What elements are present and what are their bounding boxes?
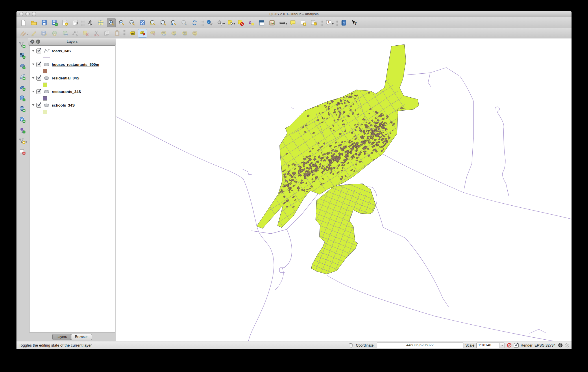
copy-features-button[interactable] (102, 29, 111, 38)
tab-layers[interactable]: Layers (52, 334, 71, 340)
expander-icon[interactable] (32, 104, 34, 106)
composer-mgr-icon (72, 19, 79, 26)
add-feature-button[interactable] (50, 29, 59, 38)
composer-manager-button[interactable] (71, 18, 80, 27)
show-bookmarks-button[interactable] (309, 18, 318, 27)
zoom-next-button[interactable] (180, 18, 189, 27)
layer-checkbox[interactable] (36, 76, 41, 81)
add-spatialite-layer-button[interactable] (18, 72, 27, 81)
dropdown-arrow-icon[interactable] (332, 23, 334, 25)
stop-render-icon[interactable] (506, 343, 512, 348)
cut-features-button[interactable] (92, 29, 101, 38)
map-tips-button[interactable] (288, 18, 297, 27)
resize-grip[interactable] (565, 343, 569, 347)
select-features-button[interactable] (226, 18, 235, 27)
save-layer-edits-button[interactable] (40, 29, 49, 38)
add-mssql-layer-button[interactable] (18, 83, 27, 92)
crs-status-icon[interactable] (558, 343, 563, 348)
layer-checkbox[interactable] (36, 49, 41, 53)
expander-icon[interactable] (32, 64, 34, 65)
render-checkbox[interactable] (514, 343, 519, 348)
refresh-map-button[interactable] (190, 18, 199, 27)
expander-icon[interactable] (32, 91, 34, 92)
layer-item-houses_restaurants_500m[interactable]: houses_restaurants_500m (29, 61, 115, 68)
save-project-as-button[interactable] (50, 18, 59, 27)
layer-checkbox[interactable] (36, 103, 41, 108)
help-icon (340, 19, 347, 26)
whats-this-button[interactable] (350, 18, 359, 27)
highlight-pinned-labels-button[interactable] (148, 29, 158, 38)
dropdown-arrow-icon[interactable] (286, 23, 287, 25)
polygon-layer-icon (43, 89, 50, 94)
move-feature-button[interactable] (60, 29, 70, 38)
remove-layer-button[interactable] (18, 147, 27, 156)
close-button[interactable] (19, 12, 23, 16)
show-hide-labels-button[interactable] (159, 29, 168, 38)
title-bar[interactable]: QGIS 2.0.1-Dufour – analysis (16, 11, 572, 17)
pin-unpin-labels-button[interactable] (138, 29, 147, 38)
layer-item-residential_34S[interactable]: residential_34S (29, 75, 115, 81)
deselect-features-button[interactable] (236, 18, 245, 27)
add-delimited-text-layer-button[interactable] (18, 126, 27, 135)
zoom-to-layer-button[interactable] (159, 18, 168, 27)
select-by-expression-button[interactable] (247, 18, 256, 27)
dropdown-arrow-icon[interactable] (234, 23, 235, 25)
expander-icon[interactable] (32, 50, 34, 52)
toggle-editing-button[interactable] (29, 29, 38, 38)
add-vector-layer-button[interactable] (18, 40, 27, 49)
measure-button[interactable] (278, 18, 287, 27)
layer-checkbox[interactable] (36, 62, 41, 67)
add-wcs-layer-button[interactable] (18, 105, 27, 113)
zoom-native-button[interactable] (127, 18, 137, 27)
mouse-position-toggle-icon[interactable] (348, 343, 354, 348)
panel-float-icon[interactable]: ◻ (36, 40, 40, 44)
dropdown-arrow-icon[interactable] (27, 34, 28, 35)
panel-close-icon[interactable]: ✕ (30, 40, 34, 44)
run-feature-action-button[interactable] (215, 18, 225, 27)
rotate-label-button[interactable] (180, 29, 189, 38)
identify-features-button[interactable] (205, 18, 214, 27)
open-project-button[interactable] (29, 18, 38, 27)
add-wfs-layer-button[interactable] (18, 115, 27, 124)
zoom-last-button[interactable] (169, 18, 178, 27)
add-postgis-layer-button[interactable] (18, 62, 27, 70)
scale-dropdown-icon[interactable] (500, 343, 504, 348)
zoom-full-button[interactable] (138, 18, 147, 27)
zoom-to-selection-button[interactable] (148, 18, 158, 27)
new-bookmark-button[interactable] (299, 18, 308, 27)
new-project-button[interactable] (19, 18, 28, 27)
add-raster-layer-button[interactable] (18, 51, 27, 60)
tab-browser[interactable]: Browser (71, 334, 92, 340)
pan-to-selection-button[interactable] (96, 18, 106, 27)
save-project-button[interactable] (40, 18, 49, 27)
pan-map-button[interactable] (86, 18, 95, 27)
zoom-out-button[interactable] (117, 18, 126, 27)
dropdown-arrow-icon[interactable] (25, 142, 27, 143)
current-edits-button[interactable] (19, 29, 28, 38)
delete-selected-button[interactable] (81, 29, 90, 38)
dropdown-arrow-icon[interactable] (223, 23, 225, 25)
layer-item-roads_34S[interactable]: roads_34S (29, 47, 115, 54)
zoom-in-button[interactable] (107, 18, 116, 27)
paste-features-button[interactable] (112, 29, 122, 38)
layer-item-restaurants_34S[interactable]: restaurants_34S (29, 88, 115, 95)
map-canvas[interactable] (116, 38, 572, 341)
field-calculator-button[interactable] (267, 18, 277, 27)
labeling-button[interactable] (127, 29, 137, 38)
zoom-button[interactable] (32, 12, 36, 16)
layer-item-schools_34S[interactable]: schools_34S (29, 102, 115, 109)
new-print-composer-button[interactable] (60, 18, 70, 27)
text-annotation-button[interactable] (324, 18, 333, 27)
scale-combobox[interactable]: 1:18148 (476, 343, 504, 348)
minimize-button[interactable] (25, 12, 30, 16)
new-shapefile-layer-button[interactable] (18, 137, 27, 145)
move-label-button[interactable] (169, 29, 178, 38)
expander-icon[interactable] (32, 77, 34, 79)
help-contents-button[interactable] (339, 18, 348, 27)
change-label-button[interactable] (190, 29, 199, 38)
coordinate-input[interactable]: 446036,6235822 (377, 343, 463, 348)
add-wms-layer-button[interactable] (18, 94, 27, 103)
layer-checkbox[interactable] (36, 89, 41, 94)
open-attribute-table-button[interactable] (257, 18, 266, 27)
node-tool-button[interactable] (71, 29, 80, 38)
